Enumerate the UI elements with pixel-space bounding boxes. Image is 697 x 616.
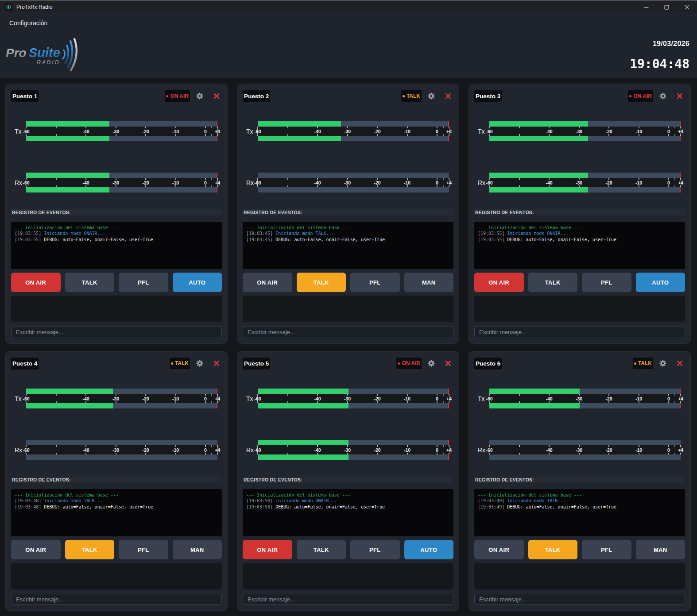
brand-logo: Pro Suite RADIO: [6, 35, 85, 73]
status-dot-icon: [398, 362, 400, 365]
settings-button[interactable]: [426, 358, 437, 369]
scale-label: -60: [254, 445, 261, 454]
tx-meter-scale: -60-40-30-20-100+4: [489, 394, 681, 403]
tx-peak-marker-top: [448, 389, 449, 394]
settings-button[interactable]: [194, 91, 205, 101]
status-badge: ON AIR: [628, 90, 653, 102]
scale-label-band: [26, 128, 217, 134]
mode-button-talk[interactable]: TALK: [297, 273, 346, 292]
close-panel-icon: [445, 93, 451, 99]
mode-button-talk[interactable]: TALK: [65, 273, 115, 292]
scale-label: -10: [635, 445, 642, 454]
tx-meter: -60-40-30-20-100+4: [489, 389, 681, 408]
message-input[interactable]: [243, 327, 453, 337]
mode-button-on-air[interactable]: ON AIR: [474, 273, 524, 292]
logo-text-pro: Pro: [6, 46, 27, 60]
scale-label: -40: [546, 445, 552, 454]
tx-meter-scale: -60-40-30-20-100+4: [258, 127, 449, 136]
mode-button-on-air[interactable]: ON AIR: [11, 540, 61, 559]
mode-button-man[interactable]: MAN: [636, 540, 685, 559]
panel-title: Puesto 1: [11, 90, 39, 102]
close-panel-button[interactable]: [211, 91, 222, 101]
tx-meter-fill-bottom: [489, 136, 588, 141]
mode-button-talk[interactable]: TALK: [528, 540, 578, 559]
mode-button-auto[interactable]: AUTO: [404, 540, 454, 559]
mode-button-pfl[interactable]: PFL: [582, 273, 631, 292]
mode-button-pfl[interactable]: PFL: [350, 273, 400, 292]
mode-button-talk[interactable]: TALK: [65, 540, 115, 559]
mode-button-pfl[interactable]: PFL: [119, 273, 168, 292]
close-window-icon: [685, 5, 689, 10]
scale-label: +4: [215, 178, 220, 187]
scale-label: -30: [576, 445, 582, 454]
station-panel: Puesto 1 ON AIR: [5, 84, 228, 344]
close-panel-button[interactable]: [443, 358, 453, 369]
panel-grid: Puesto 1 ON AIR: [5, 84, 691, 611]
rx-peak-marker-bottom: [217, 187, 217, 192]
close-panel-button[interactable]: [674, 91, 685, 101]
tx-peak-marker-top: [448, 121, 449, 127]
tx-meter-fill-bottom: [258, 136, 341, 141]
scale-label: -10: [635, 394, 642, 403]
rx-meter-scale: -60-40-30-20-100+4: [26, 178, 217, 187]
scale-label: -20: [605, 445, 612, 454]
status-badge-label: TALK: [175, 360, 189, 366]
scale-label: -20: [374, 394, 380, 403]
gear-icon: [427, 92, 435, 100]
close-panel-button[interactable]: [211, 358, 222, 369]
station-panel: Puesto 3 ON AIR: [469, 84, 691, 344]
mode-button-pfl[interactable]: PFL: [582, 540, 631, 559]
app-icon: [5, 4, 12, 11]
message-input[interactable]: [11, 594, 222, 604]
mode-button-auto[interactable]: AUTO: [636, 273, 685, 292]
mode-button-talk[interactable]: TALK: [297, 540, 346, 559]
tx-meter-bar-bottom: [489, 403, 681, 408]
rx-meter: -60-40-30-20-100+4: [26, 440, 217, 460]
scale-label: -20: [605, 394, 612, 403]
message-history-box: [11, 563, 222, 589]
panel-header: Puesto 4 TALK: [11, 357, 222, 370]
rx-meter: -60-40-30-20-100+4: [26, 173, 217, 192]
scale-label: -40: [314, 394, 321, 403]
scale-label: +4: [678, 178, 683, 187]
close-panel-button[interactable]: [674, 358, 685, 369]
tx-peak-marker-bottom: [217, 403, 217, 408]
status-badge-label: ON AIR: [633, 93, 652, 99]
rx-meter-fill-top: [258, 440, 348, 445]
tx-meter-bar-bottom: [258, 403, 449, 408]
message-input[interactable]: [11, 327, 222, 337]
mode-button-pfl[interactable]: PFL: [350, 540, 400, 559]
mode-button-man[interactable]: MAN: [173, 540, 222, 559]
settings-button[interactable]: [194, 358, 205, 369]
menu-item-configuracion[interactable]: Configuración: [9, 19, 47, 27]
scale-label: -20: [142, 178, 149, 187]
message-history-box: [474, 296, 685, 322]
mode-button-on-air[interactable]: ON AIR: [243, 540, 292, 559]
panel-header: Puesto 1 ON AIR: [11, 90, 222, 102]
settings-button[interactable]: [658, 358, 668, 369]
mode-button-on-air[interactable]: ON AIR: [474, 540, 524, 559]
rx-meter-row: Rx -60-40-30-20-100+4: [243, 440, 453, 460]
message-input[interactable]: [474, 327, 685, 337]
message-input[interactable]: [474, 594, 685, 604]
mode-button-pfl[interactable]: PFL: [119, 540, 168, 559]
mode-button-on-air[interactable]: ON AIR: [11, 273, 61, 292]
scale-label: 0: [204, 445, 207, 454]
close-panel-button[interactable]: [443, 91, 453, 101]
close-window-button[interactable]: [677, 1, 697, 13]
mode-button-talk[interactable]: TALK: [528, 273, 578, 292]
log-line: --- Inicialización del sistema base ---: [246, 492, 450, 498]
station-panel: Puesto 2 TALK: [237, 84, 459, 344]
maximize-button[interactable]: [656, 1, 677, 13]
tx-meter-row: Tx -60-40-30-20-100+4: [243, 389, 453, 408]
settings-button[interactable]: [658, 91, 668, 101]
mode-button-on-air[interactable]: ON AIR: [243, 273, 292, 292]
close-panel-icon: [445, 360, 451, 366]
message-input[interactable]: [243, 594, 453, 604]
log-line: [19:03:50] Iniciando modo ONAIR...: [246, 498, 450, 504]
mode-button-man[interactable]: MAN: [404, 273, 454, 292]
minimize-button[interactable]: [636, 1, 656, 13]
mode-button-auto[interactable]: AUTO: [173, 273, 222, 292]
station-panel: Puesto 6 TALK: [469, 351, 691, 611]
settings-button[interactable]: [426, 91, 437, 101]
